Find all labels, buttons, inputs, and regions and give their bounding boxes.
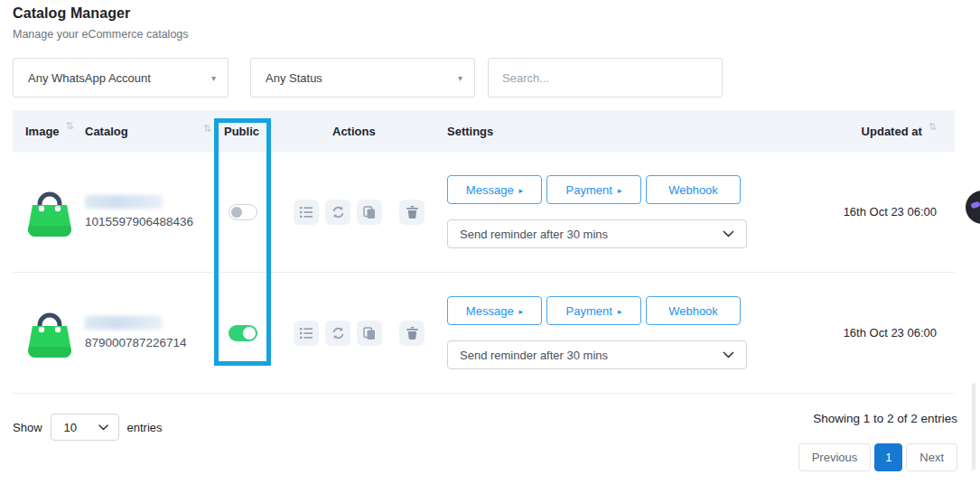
caret-right-icon: ▸ (618, 307, 622, 316)
sync-button[interactable] (325, 200, 350, 225)
page-subtitle: Manage your eCommerce catalogs (13, 28, 189, 41)
show-label: Show (13, 421, 42, 434)
duplicate-button[interactable] (357, 200, 382, 225)
scrollbar[interactable] (972, 383, 975, 470)
previous-page-button[interactable]: Previous (798, 443, 872, 471)
catalog-image-cell (13, 186, 85, 238)
catalog-name-redacted (85, 195, 163, 209)
payment-settings-button[interactable]: Payment▸ (546, 175, 641, 204)
table-header-row: Image⇅ Catalog⇅ Public Actions Settings … (13, 110, 955, 152)
updated-at-cell: 16th Oct 23 06:00 (759, 205, 955, 219)
caret-right-icon: ▸ (519, 307, 524, 316)
sync-button[interactable] (325, 321, 350, 346)
chevron-down-icon (723, 230, 734, 237)
refresh-icon (331, 327, 345, 340)
trash-icon (406, 206, 418, 219)
payment-settings-button[interactable]: Payment▸ (546, 296, 641, 325)
actions-cell (289, 321, 438, 346)
chevron-down-icon (98, 424, 108, 431)
status-select-value: Any Status (266, 71, 322, 85)
webhook-settings-button[interactable]: Webhook (646, 296, 741, 325)
next-page-button[interactable]: Next (906, 443, 957, 471)
page-size-select[interactable]: 10 (51, 414, 119, 441)
catalog-image-cell (13, 307, 85, 359)
delete-button[interactable] (399, 200, 425, 225)
shopping-bag-icon (25, 307, 74, 359)
chevron-down-icon (723, 351, 734, 358)
catalog-manager-page: Catalog Manager Manage your eCommerce ca… (0, 0, 980, 484)
updated-at-cell: 16th Oct 23 06:00 (759, 326, 955, 340)
copy-icon (363, 206, 376, 219)
catalog-table: Image⇅ Catalog⇅ Public Actions Settings … (13, 110, 955, 394)
catalog-name-redacted (85, 316, 163, 330)
catalog-id: 1015597906488436 (85, 215, 220, 228)
widget-accent-icon (970, 201, 980, 209)
table-row: 879000787226714 (13, 273, 955, 394)
refresh-icon (331, 206, 345, 219)
header-settings: Settings (438, 125, 759, 138)
caret-down-icon: ▾ (211, 73, 216, 83)
message-settings-button[interactable]: Message▸ (447, 296, 542, 325)
show-entries-control: Show 10 entries (13, 414, 163, 441)
catalog-id: 879000787226714 (85, 336, 220, 349)
trash-icon (406, 327, 418, 340)
catalog-cell: 1015597906488436 (85, 195, 220, 228)
shopping-bag-icon (25, 186, 74, 238)
caret-right-icon: ▸ (618, 186, 622, 195)
filters-bar: Any WhatsApp Account ▾ Any Status ▾ (13, 58, 723, 98)
message-settings-button[interactable]: Message▸ (447, 175, 542, 204)
caret-down-icon: ▾ (458, 73, 462, 83)
whatsapp-account-select-value: Any WhatsApp Account (28, 71, 151, 85)
reminder-select[interactable]: Send reminder after 30 mins (447, 340, 747, 369)
pagination: Previous 1 Next (795, 443, 957, 471)
delete-button[interactable] (399, 321, 425, 346)
header-actions: Actions (289, 125, 438, 138)
toggle-knob (231, 207, 242, 218)
page-1-button[interactable]: 1 (874, 443, 902, 471)
toggle-knob (243, 327, 256, 340)
header-image[interactable]: Image⇅ (13, 125, 85, 138)
sort-icon[interactable]: ⇅ (66, 120, 74, 132)
list-products-button[interactable] (294, 200, 319, 225)
floating-widget-button[interactable] (966, 191, 980, 224)
whatsapp-account-select[interactable]: Any WhatsApp Account ▾ (13, 58, 229, 98)
search-input[interactable] (488, 58, 723, 98)
copy-icon (363, 327, 376, 340)
catalog-cell: 879000787226714 (85, 316, 220, 349)
settings-cell: Message▸ Payment▸ Webhook Send reminder … (438, 296, 759, 369)
public-cell (220, 204, 289, 220)
list-icon (300, 328, 313, 339)
list-products-button[interactable] (294, 321, 319, 346)
entries-label: entries (127, 421, 163, 434)
caret-right-icon: ▸ (519, 186, 524, 195)
header-updated-at[interactable]: Updated at⇅ (759, 125, 955, 138)
reminder-select-value: Send reminder after 30 mins (460, 349, 608, 362)
webhook-settings-button[interactable]: Webhook (646, 175, 741, 204)
duplicate-button[interactable] (357, 321, 382, 346)
table-row: 1015597906488436 (13, 152, 955, 273)
public-toggle[interactable] (229, 204, 257, 220)
sort-icon[interactable]: ⇅ (929, 121, 937, 133)
header-public: Public (220, 125, 289, 138)
settings-cell: Message▸ Payment▸ Webhook Send reminder … (438, 175, 759, 248)
actions-cell (289, 200, 438, 225)
page-size-value: 10 (64, 421, 77, 434)
reminder-select[interactable]: Send reminder after 30 mins (447, 219, 747, 248)
list-icon (300, 207, 313, 218)
header-catalog[interactable]: Catalog⇅ (85, 125, 220, 138)
reminder-select-value: Send reminder after 30 mins (460, 228, 608, 241)
sort-icon[interactable]: ⇅ (203, 123, 211, 135)
status-select[interactable]: Any Status ▾ (250, 58, 475, 98)
showing-entries-text: Showing 1 to 2 of 2 entries (813, 412, 957, 425)
page-header: Catalog Manager Manage your eCommerce ca… (13, 5, 189, 41)
public-toggle[interactable] (229, 325, 257, 341)
public-cell (220, 325, 289, 341)
page-title: Catalog Manager (13, 5, 189, 22)
